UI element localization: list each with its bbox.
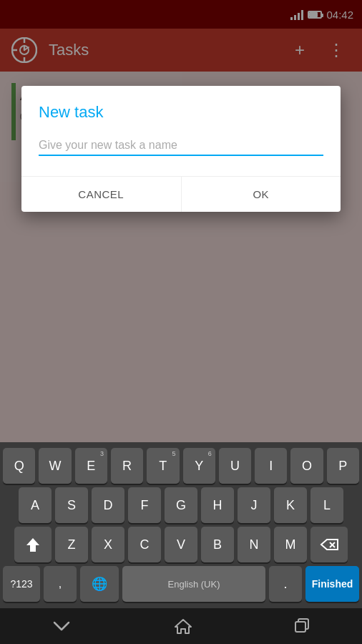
key-h[interactable]: H bbox=[201, 487, 234, 523]
key-d[interactable]: D bbox=[92, 487, 124, 523]
key-w[interactable]: W bbox=[39, 448, 71, 484]
svg-rect-13 bbox=[295, 622, 305, 632]
key-k[interactable]: K bbox=[274, 487, 307, 523]
key-i[interactable]: I bbox=[255, 448, 287, 484]
keyboard-row-1: Q W 3E R 5T 6Y U I O P bbox=[3, 448, 359, 484]
comma-key[interactable]: , bbox=[44, 566, 77, 602]
new-task-dialog: New task Cancel OK bbox=[21, 86, 341, 212]
key-e[interactable]: 3E bbox=[75, 448, 107, 484]
back-button[interactable] bbox=[37, 614, 86, 638]
backspace-key[interactable] bbox=[310, 527, 348, 562]
key-b[interactable]: B bbox=[201, 527, 234, 562]
recents-button[interactable] bbox=[280, 613, 325, 640]
ok-button[interactable]: OK bbox=[182, 177, 341, 212]
globe-key[interactable]: 🌐 bbox=[80, 566, 119, 602]
finished-key[interactable]: Finished bbox=[305, 566, 359, 602]
svg-marker-11 bbox=[175, 620, 191, 633]
key-z[interactable]: Z bbox=[55, 527, 88, 562]
nav-bar bbox=[0, 608, 362, 644]
key-v[interactable]: V bbox=[165, 527, 197, 562]
keyboard-row-2: A S D F G H J K L bbox=[3, 487, 359, 523]
keyboard-row-3: Z X C V B N M bbox=[3, 527, 359, 562]
period-key[interactable]: . bbox=[269, 566, 302, 602]
key-t[interactable]: 5T bbox=[147, 448, 179, 484]
key-f[interactable]: F bbox=[128, 487, 161, 523]
key-u[interactable]: U bbox=[219, 448, 251, 484]
key-l[interactable]: L bbox=[310, 487, 343, 523]
key-c[interactable]: C bbox=[128, 527, 161, 562]
key-x[interactable]: X bbox=[92, 527, 124, 562]
svg-marker-7 bbox=[26, 538, 39, 551]
shift-key[interactable] bbox=[14, 527, 52, 562]
keyboard-row-bottom: ?123 , 🌐 English (UK) . Finished bbox=[3, 566, 359, 602]
dialog-actions: Cancel OK bbox=[21, 176, 341, 212]
key-o[interactable]: O bbox=[290, 448, 323, 484]
key-s[interactable]: S bbox=[55, 487, 88, 523]
key-y[interactable]: 6Y bbox=[183, 448, 215, 484]
num-key[interactable]: ?123 bbox=[3, 566, 40, 602]
dialog-title: New task bbox=[39, 103, 323, 122]
key-q[interactable]: Q bbox=[3, 448, 35, 484]
keyboard: Q W 3E R 5T 6Y U I O P A S D F G H J K L… bbox=[0, 442, 362, 608]
space-key[interactable]: English (UK) bbox=[122, 566, 265, 602]
key-j[interactable]: J bbox=[238, 487, 270, 523]
key-g[interactable]: G bbox=[165, 487, 197, 523]
key-r[interactable]: R bbox=[111, 448, 143, 484]
key-p[interactable]: P bbox=[327, 448, 359, 484]
chevron-down-icon bbox=[52, 620, 72, 633]
cancel-button[interactable]: Cancel bbox=[21, 177, 182, 212]
key-m[interactable]: M bbox=[274, 527, 307, 562]
key-a[interactable]: A bbox=[19, 487, 52, 523]
key-n[interactable]: N bbox=[238, 527, 270, 562]
recents-icon bbox=[295, 618, 310, 634]
home-icon bbox=[174, 618, 192, 634]
svg-rect-8 bbox=[30, 550, 36, 552]
task-name-input[interactable] bbox=[39, 136, 323, 156]
home-button[interactable] bbox=[160, 613, 207, 640]
